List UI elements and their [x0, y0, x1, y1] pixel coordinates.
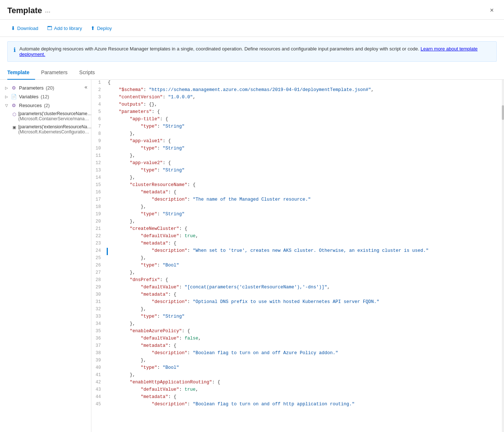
- line-number: 5: [91, 109, 107, 114]
- close-button[interactable]: ×: [487, 5, 497, 16]
- tab-parameters[interactable]: Parameters: [41, 67, 73, 80]
- line-content: "app-value1": {: [108, 138, 502, 144]
- code-line: 10 "type": "String": [91, 145, 502, 153]
- line-number: 15: [91, 182, 107, 187]
- resource1-icon: ⬡: [12, 112, 16, 117]
- line-content: "defaultValue": true,: [108, 233, 502, 239]
- vars-icon: 📄: [11, 94, 17, 99]
- line-number: 36: [91, 336, 107, 341]
- line-content: },: [108, 131, 502, 137]
- line-number: 14: [91, 175, 107, 180]
- code-line: 5 "parameters": {: [91, 109, 502, 116]
- line-number: 30: [91, 292, 107, 297]
- sidebar-item-variables[interactable]: ▷ 📄 Variables (12): [0, 92, 91, 101]
- line-number: 6: [91, 116, 107, 122]
- add-library-button[interactable]: 🗔 Add to library: [43, 23, 86, 33]
- params-icon: ⚙: [11, 85, 17, 91]
- line-content: "$schema": "https://schema.management.az…: [108, 87, 502, 93]
- resource-item-1[interactable]: ⬡ [parameters('clusterResourceName… (Mic…: [4, 110, 91, 123]
- download-button[interactable]: ⬇ Download: [7, 23, 42, 33]
- line-number: 22: [91, 233, 107, 239]
- resources-sub-items: ⬡ [parameters('clusterResourceName… (Mic…: [0, 110, 91, 136]
- code-line: 36 "defaultValue": false,: [91, 336, 502, 343]
- code-line: 1{: [91, 80, 502, 87]
- code-line: 24 "description": "When set to 'true', c…: [91, 248, 502, 255]
- sidebar-item-resources[interactable]: ▽ ⚙ Resources (2): [0, 101, 91, 110]
- line-content: "description": "The name of the Managed …: [108, 197, 502, 202]
- line-content: "metadata": {: [108, 189, 502, 195]
- line-number: 39: [91, 357, 107, 363]
- line-number: 42: [91, 379, 107, 385]
- code-line: 41 },: [91, 372, 502, 379]
- line-content: "clusterResourceName": {: [108, 182, 502, 188]
- code-line: 14 },: [91, 175, 502, 182]
- code-line: 8 },: [91, 131, 502, 138]
- download-icon: ⬇: [11, 25, 15, 31]
- line-number: 45: [91, 401, 107, 407]
- line-content: {: [108, 80, 502, 86]
- code-line: 2 "$schema": "https://schema.management.…: [91, 87, 502, 94]
- line-number: 7: [91, 124, 107, 129]
- line-content: "outputs": {},: [108, 102, 502, 107]
- line-number: 12: [91, 160, 107, 166]
- code-line: 18 },: [91, 204, 502, 211]
- code-editor[interactable]: 1{2 "$schema": "https://schema.managemen…: [91, 80, 502, 432]
- toolbar: ⬇ Download 🗔 Add to library ⬆ Deploy: [0, 20, 504, 37]
- line-number: 4: [91, 102, 107, 107]
- resources-label: Resources: [19, 103, 42, 108]
- header-ellipsis[interactable]: ...: [45, 7, 50, 14]
- deploy-icon: ⬆: [91, 25, 95, 31]
- resource2-icon: ▣: [12, 125, 16, 130]
- code-line: 21 "createNewCluster": {: [91, 226, 502, 233]
- line-content: },: [108, 219, 502, 224]
- code-line: 6 "app-title": {: [91, 116, 502, 124]
- scrollbar-track[interactable]: [502, 80, 504, 432]
- tabs: Template Parameters Scripts: [0, 66, 504, 80]
- line-number: 25: [91, 255, 107, 261]
- resource2-line1: [parameters('extensionResourceNa…: [18, 124, 91, 129]
- line-content: "type": "String": [108, 167, 502, 173]
- code-line: 30 "metadata": {: [91, 292, 502, 299]
- line-content: "contentVersion": "1.0.0.0",: [108, 94, 502, 100]
- line-number: 17: [91, 197, 107, 202]
- resource-item-2[interactable]: ▣ [parameters('extensionResourceNa… (Mic…: [4, 123, 91, 136]
- code-line: 19 "type": "String": [91, 211, 502, 219]
- line-number: 32: [91, 306, 107, 312]
- line-content: },: [108, 153, 502, 159]
- code-line: 37 "metadata": {: [91, 343, 502, 350]
- line-number: 43: [91, 387, 107, 392]
- scrollbar-thumb[interactable]: [502, 105, 504, 120]
- line-number: 10: [91, 145, 107, 151]
- code-line: 11 },: [91, 153, 502, 160]
- code-line: 44 "metadata": {: [91, 394, 502, 401]
- tab-scripts[interactable]: Scripts: [79, 67, 101, 80]
- line-number: 3: [91, 94, 107, 100]
- line-content: "metadata": {: [108, 292, 502, 298]
- line-content: "defaultValue": true,: [108, 387, 502, 393]
- line-content: },: [108, 372, 502, 378]
- line-content: "dnsPrefix": {: [108, 277, 502, 283]
- line-number: 28: [91, 277, 107, 283]
- line-number: 41: [91, 372, 107, 378]
- tab-template[interactable]: Template: [7, 67, 35, 80]
- line-content: },: [108, 204, 502, 210]
- line-content: "metadata": {: [108, 394, 502, 400]
- line-content: },: [108, 321, 502, 327]
- sidebar-item-parameters[interactable]: ▷ ⚙ Parameters (20): [0, 83, 91, 92]
- line-content: "enableHttpApplicationRouting": {: [108, 379, 502, 385]
- code-line: 32 },: [91, 306, 502, 314]
- code-line: 28 "dnsPrefix": {: [91, 277, 502, 284]
- page-header: Template ... ×: [0, 0, 504, 20]
- line-content: "enableAzurePolicy": {: [108, 328, 502, 334]
- line-content: "metadata": {: [108, 240, 502, 246]
- sidebar-collapse-button[interactable]: «: [83, 83, 89, 91]
- download-label: Download: [17, 26, 38, 31]
- line-content: },: [108, 270, 502, 276]
- code-line: 40 "type": "Bool": [91, 365, 502, 372]
- sidebar: « ▷ ⚙ Parameters (20) ▷ 📄 Variables (12)…: [0, 80, 91, 432]
- line-number: 24: [91, 248, 107, 253]
- add-library-label: Add to library: [54, 26, 82, 31]
- deploy-button[interactable]: ⬆ Deploy: [87, 23, 115, 33]
- line-content: "app-title": {: [108, 116, 502, 122]
- main-content: « ▷ ⚙ Parameters (20) ▷ 📄 Variables (12)…: [0, 80, 504, 432]
